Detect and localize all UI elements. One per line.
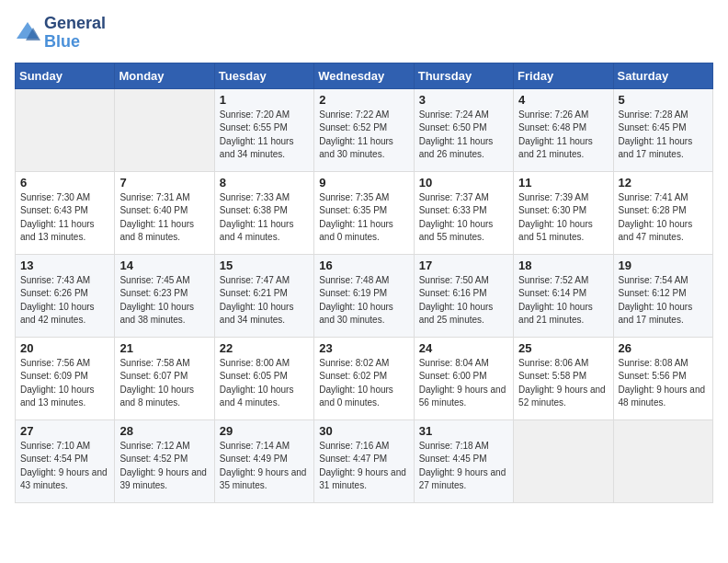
- calendar-week-row: 13 Sunrise: 7:43 AMSunset: 6:26 PMDaylig…: [16, 254, 713, 337]
- calendar-cell: 12 Sunrise: 7:41 AMSunset: 6:28 PMDaylig…: [613, 171, 712, 254]
- calendar-week-row: 20 Sunrise: 7:56 AMSunset: 6:09 PMDaylig…: [16, 337, 713, 419]
- weekday-header: Monday: [115, 63, 214, 88]
- day-info: Sunrise: 7:54 AMSunset: 6:12 PMDaylight:…: [619, 274, 708, 327]
- calendar-cell: 18 Sunrise: 7:52 AMSunset: 6:14 PMDaylig…: [514, 254, 613, 337]
- calendar-cell: 4 Sunrise: 7:26 AMSunset: 6:48 PMDayligh…: [514, 88, 613, 171]
- calendar-cell: 1 Sunrise: 7:20 AMSunset: 6:55 PMDayligh…: [214, 88, 313, 171]
- day-info: Sunrise: 7:26 AMSunset: 6:48 PMDaylight:…: [518, 109, 608, 162]
- calendar-cell: 15 Sunrise: 7:47 AMSunset: 6:21 PMDaylig…: [214, 254, 313, 337]
- calendar-cell: 10 Sunrise: 7:37 AMSunset: 6:33 PMDaylig…: [414, 171, 513, 254]
- calendar-cell: [16, 88, 115, 171]
- weekday-header: Sunday: [16, 63, 115, 88]
- day-number: 3: [419, 93, 508, 107]
- day-info: Sunrise: 7:41 AMSunset: 6:28 PMDaylight:…: [619, 191, 708, 245]
- day-info: Sunrise: 7:30 AMSunset: 6:43 PMDaylight:…: [20, 191, 109, 245]
- calendar-body: 1 Sunrise: 7:20 AMSunset: 6:55 PMDayligh…: [16, 88, 713, 502]
- calendar-week-row: 6 Sunrise: 7:30 AMSunset: 6:43 PMDayligh…: [16, 171, 713, 254]
- calendar-cell: 14 Sunrise: 7:45 AMSunset: 6:23 PMDaylig…: [115, 254, 214, 337]
- day-number: 22: [220, 341, 309, 355]
- calendar-cell: 13 Sunrise: 7:43 AMSunset: 6:26 PMDaylig…: [16, 254, 115, 337]
- day-number: 10: [419, 176, 508, 190]
- calendar-cell: 28 Sunrise: 7:12 AMSunset: 4:52 PMDaylig…: [115, 419, 214, 502]
- day-number: 26: [619, 341, 708, 355]
- day-number: 29: [220, 424, 309, 438]
- calendar-cell: [115, 88, 214, 171]
- calendar-cell: 22 Sunrise: 8:00 AMSunset: 6:05 PMDaylig…: [214, 337, 313, 419]
- weekday-row: SundayMondayTuesdayWednesdayThursdayFrid…: [16, 63, 713, 88]
- day-info: Sunrise: 7:16 AMSunset: 4:47 PMDaylight:…: [319, 440, 408, 493]
- day-info: Sunrise: 7:24 AMSunset: 6:50 PMDaylight:…: [419, 109, 508, 162]
- day-number: 27: [20, 424, 109, 438]
- day-info: Sunrise: 7:12 AMSunset: 4:52 PMDaylight:…: [119, 440, 209, 493]
- calendar-cell: 9 Sunrise: 7:35 AMSunset: 6:35 PMDayligh…: [314, 171, 414, 254]
- day-info: Sunrise: 7:31 AMSunset: 6:40 PMDaylight:…: [119, 191, 209, 245]
- calendar-cell: 21 Sunrise: 7:58 AMSunset: 6:07 PMDaylig…: [115, 337, 214, 419]
- calendar-cell: 25 Sunrise: 8:06 AMSunset: 5:58 PMDaylig…: [514, 337, 613, 419]
- day-info: Sunrise: 7:48 AMSunset: 6:19 PMDaylight:…: [319, 274, 408, 327]
- day-number: 8: [220, 176, 309, 190]
- day-number: 20: [20, 341, 109, 355]
- day-info: Sunrise: 8:04 AMSunset: 6:00 PMDaylight:…: [419, 357, 508, 410]
- day-info: Sunrise: 7:37 AMSunset: 6:33 PMDaylight:…: [419, 191, 508, 245]
- day-number: 19: [619, 259, 708, 272]
- day-info: Sunrise: 7:50 AMSunset: 6:16 PMDaylight:…: [419, 274, 508, 327]
- day-info: Sunrise: 8:00 AMSunset: 6:05 PMDaylight:…: [220, 357, 309, 410]
- day-info: Sunrise: 7:39 AMSunset: 6:30 PMDaylight:…: [518, 191, 608, 245]
- page-header: General Blue: [15, 15, 713, 52]
- weekday-header: Friday: [514, 63, 613, 88]
- day-info: Sunrise: 7:33 AMSunset: 6:38 PMDaylight:…: [220, 191, 309, 245]
- day-number: 7: [119, 176, 209, 190]
- weekday-header: Thursday: [414, 63, 513, 88]
- calendar-cell: 8 Sunrise: 7:33 AMSunset: 6:38 PMDayligh…: [214, 171, 313, 254]
- calendar-cell: 6 Sunrise: 7:30 AMSunset: 6:43 PMDayligh…: [16, 171, 115, 254]
- calendar-cell: 11 Sunrise: 7:39 AMSunset: 6:30 PMDaylig…: [514, 171, 613, 254]
- day-info: Sunrise: 7:52 AMSunset: 6:14 PMDaylight:…: [518, 274, 608, 327]
- calendar-cell: 23 Sunrise: 8:02 AMSunset: 6:02 PMDaylig…: [314, 337, 414, 419]
- calendar-cell: [613, 419, 712, 502]
- calendar-cell: 26 Sunrise: 8:08 AMSunset: 5:56 PMDaylig…: [613, 337, 712, 419]
- logo: General Blue: [15, 15, 106, 52]
- calendar-week-row: 1 Sunrise: 7:20 AMSunset: 6:55 PMDayligh…: [16, 88, 713, 171]
- calendar-cell: [514, 419, 613, 502]
- calendar-cell: 2 Sunrise: 7:22 AMSunset: 6:52 PMDayligh…: [314, 88, 414, 171]
- day-number: 9: [319, 176, 408, 190]
- calendar-cell: 27 Sunrise: 7:10 AMSunset: 4:54 PMDaylig…: [16, 419, 115, 502]
- day-number: 12: [619, 176, 708, 190]
- weekday-header: Saturday: [613, 63, 712, 88]
- calendar-cell: 3 Sunrise: 7:24 AMSunset: 6:50 PMDayligh…: [414, 88, 513, 171]
- calendar-cell: 30 Sunrise: 7:16 AMSunset: 4:47 PMDaylig…: [314, 419, 414, 502]
- day-number: 6: [20, 176, 109, 190]
- day-number: 18: [518, 259, 608, 272]
- day-number: 17: [419, 259, 508, 272]
- day-info: Sunrise: 7:45 AMSunset: 6:23 PMDaylight:…: [119, 274, 209, 327]
- day-info: Sunrise: 7:35 AMSunset: 6:35 PMDaylight:…: [319, 191, 408, 245]
- calendar-cell: 29 Sunrise: 7:14 AMSunset: 4:49 PMDaylig…: [214, 419, 313, 502]
- day-info: Sunrise: 7:56 AMSunset: 6:09 PMDaylight:…: [20, 357, 109, 410]
- calendar-cell: 31 Sunrise: 7:18 AMSunset: 4:45 PMDaylig…: [414, 419, 513, 502]
- day-info: Sunrise: 7:28 AMSunset: 6:45 PMDaylight:…: [619, 109, 708, 162]
- day-number: 13: [20, 259, 109, 272]
- day-info: Sunrise: 7:22 AMSunset: 6:52 PMDaylight:…: [319, 109, 408, 162]
- day-number: 2: [319, 93, 408, 107]
- day-info: Sunrise: 8:06 AMSunset: 5:58 PMDaylight:…: [518, 357, 608, 410]
- day-info: Sunrise: 7:58 AMSunset: 6:07 PMDaylight:…: [119, 357, 209, 410]
- day-number: 25: [518, 341, 608, 355]
- day-info: Sunrise: 7:47 AMSunset: 6:21 PMDaylight:…: [220, 274, 309, 327]
- calendar-cell: 20 Sunrise: 7:56 AMSunset: 6:09 PMDaylig…: [16, 337, 115, 419]
- logo-icon: [15, 20, 40, 46]
- calendar-cell: 5 Sunrise: 7:28 AMSunset: 6:45 PMDayligh…: [613, 88, 712, 171]
- day-number: 1: [220, 93, 309, 107]
- calendar-cell: 19 Sunrise: 7:54 AMSunset: 6:12 PMDaylig…: [613, 254, 712, 337]
- calendar-cell: 16 Sunrise: 7:48 AMSunset: 6:19 PMDaylig…: [314, 254, 414, 337]
- day-number: 11: [518, 176, 608, 190]
- day-number: 5: [619, 93, 708, 107]
- day-info: Sunrise: 7:20 AMSunset: 6:55 PMDaylight:…: [220, 109, 309, 162]
- logo-text: General Blue: [44, 15, 106, 52]
- calendar-table: SundayMondayTuesdayWednesdayThursdayFrid…: [15, 63, 713, 503]
- day-number: 24: [419, 341, 508, 355]
- day-number: 16: [319, 259, 408, 272]
- day-info: Sunrise: 8:02 AMSunset: 6:02 PMDaylight:…: [319, 357, 408, 410]
- day-info: Sunrise: 8:08 AMSunset: 5:56 PMDaylight:…: [619, 357, 708, 410]
- day-info: Sunrise: 7:18 AMSunset: 4:45 PMDaylight:…: [419, 440, 508, 493]
- day-number: 30: [319, 424, 408, 438]
